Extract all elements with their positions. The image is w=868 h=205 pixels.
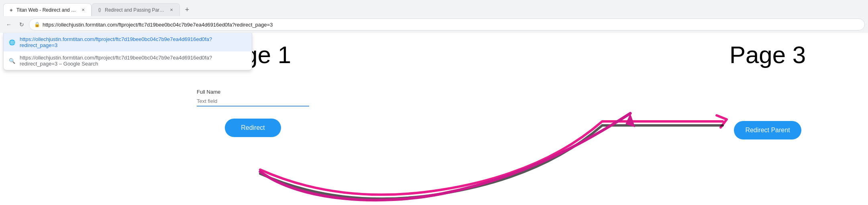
redirect-parent-button[interactable]: Redirect Parent [734,121,801,139]
address-bar[interactable]: 🔒 https://ollechjustin.formtitan.com/ftp… [29,18,865,31]
address-bar-text: https://ollechjustin.formtitan.com/ftpro… [43,22,273,28]
new-tab-button[interactable]: + [181,4,193,15]
tab-title-params: Redirect and Passing Parameters [105,7,166,13]
page3-title: Page 3 [707,41,828,69]
autocomplete-url-blue: https://ollechjustin.formtitan.com/ftpro… [20,36,247,48]
tab-redirect-params[interactable]: {} Redirect and Passing Parameters ✕ [92,3,180,16]
redirect-button[interactable]: Redirect [225,119,281,137]
tab-title-titan: Titan Web - Redirect and Passin... [16,7,77,13]
browser-chrome: ◈ Titan Web - Redirect and Passin... ✕ {… [0,0,868,33]
lock-icon: 🔒 [34,22,40,27]
tab-bar: ◈ Titan Web - Redirect and Passin... ✕ {… [0,0,868,16]
svg-marker-0 [622,113,639,131]
tab-titan-web[interactable]: ◈ Titan Web - Redirect and Passin... ✕ [3,3,92,16]
full-name-field: Full Name [197,89,309,107]
address-bar-row: ← ↻ 🔒 https://ollechjustin.formtitan.com… [0,16,868,33]
back-button[interactable]: ← [3,19,14,30]
autocomplete-dropdown: 🌐 https://ollechjustin.formtitan.com/ftp… [3,33,252,70]
autocomplete-item-url[interactable]: 🌐 https://ollechjustin.formtitan.com/ftp… [4,33,252,51]
tab-favicon-titan: ◈ [8,7,14,13]
tab-close-params[interactable]: ✕ [168,7,175,13]
tab-close-titan[interactable]: ✕ [80,7,86,13]
tab-favicon-params: {} [97,7,102,13]
reload-button[interactable]: ↻ [16,19,27,30]
globe-icon: 🌐 [8,39,16,45]
page3-section: Page 3 Redirect Parent [707,41,828,139]
autocomplete-item-search[interactable]: 🔍 https://ollechjustin.formtitan.com/ftp… [4,51,252,70]
search-icon: 🔍 [8,58,16,64]
full-name-input[interactable] [197,96,309,107]
autocomplete-url-gray: https://ollechjustin.formtitan.com/ftpro… [20,55,247,67]
full-name-label: Full Name [197,89,309,95]
